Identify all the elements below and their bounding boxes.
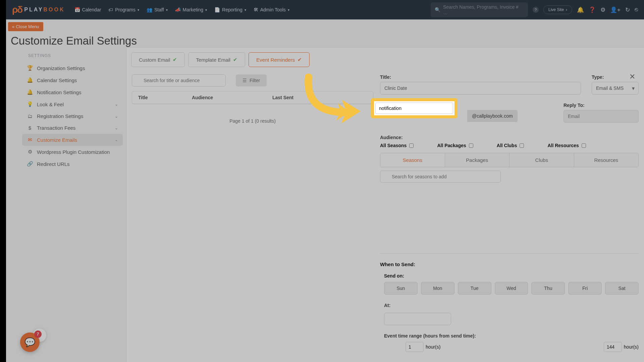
bell-icon[interactable]: 🔔 <box>577 6 584 13</box>
audience-label: Audience: <box>380 135 639 140</box>
at-time-input[interactable] <box>384 313 451 325</box>
chevron-down-icon: ▾ <box>288 8 289 12</box>
day-fri[interactable]: Fri <box>568 282 602 295</box>
sidebar-item-transaction-fees[interactable]: $Transaction Fees⌄ <box>22 122 123 134</box>
list-search-input[interactable] <box>132 74 226 86</box>
day-sun[interactable]: Sun <box>384 282 418 295</box>
chevron-down-icon: ▾ <box>138 8 139 12</box>
check-all-packages[interactable]: All Packages <box>437 143 473 148</box>
bulb-icon: 💡 <box>27 101 33 107</box>
at-label: At: <box>384 303 639 308</box>
chevron-down-icon: ▾ <box>166 8 168 12</box>
aud-tab-clubs[interactable]: Clubs <box>509 153 574 167</box>
chevron-left-icon: « <box>12 24 14 29</box>
close-icon[interactable]: ✕ <box>629 72 635 81</box>
range-from-input[interactable] <box>406 342 424 352</box>
megaphone-icon: 📣 <box>175 7 181 12</box>
nav-admin-tools[interactable]: 🛠Admin Tools▾ <box>254 7 289 12</box>
filter-button[interactable]: ☰Filter <box>236 74 267 86</box>
day-wed[interactable]: Wed <box>495 282 528 295</box>
plugin-icon: ⚙ <box>27 149 33 155</box>
from-email-domain: @callplaybook.com <box>467 110 518 122</box>
hours-suffix: hour(s) <box>426 344 440 350</box>
content-tabs: Custom Email✔ Template Email✔ Event Remi… <box>126 48 644 67</box>
aud-tab-resources[interactable]: Resources <box>574 153 639 167</box>
form-icon: 🗂 <box>27 113 33 119</box>
chevron-right-icon: › <box>566 7 567 12</box>
audience-checkboxes: All Seasons All Packages All Clubs All R… <box>380 143 639 148</box>
dollar-icon: $ <box>27 125 33 131</box>
day-sat[interactable]: Sat <box>605 282 639 295</box>
add-user-icon[interactable]: 👤+ <box>610 6 621 13</box>
check-icon: ✔ <box>173 57 177 63</box>
envelope-icon: ✉ <box>27 137 33 143</box>
audience-tabs: Seasons Packages Clubs Resources <box>380 153 639 167</box>
reply-to-input[interactable] <box>564 110 639 123</box>
logo[interactable]: ρδ PLAYBOOK <box>12 4 65 15</box>
bell-icon: 🔔 <box>27 89 33 95</box>
content: Custom Email✔ Template Email✔ Event Remi… <box>126 47 644 362</box>
link-icon: 🔗 <box>27 161 33 167</box>
reply-to-label: Reply To: <box>564 103 639 108</box>
day-mon[interactable]: Mon <box>421 282 454 295</box>
sidebar-item-customize-emails[interactable]: ✉Customize Emails⌄ <box>22 134 123 146</box>
check-all-clubs[interactable]: All Clubs <box>497 143 524 148</box>
chevron-down-icon: ▾ <box>205 8 207 12</box>
sidebar-item-redirect-urls[interactable]: 🔗Redirect URLs <box>22 158 123 170</box>
col-title[interactable]: Title <box>138 95 192 100</box>
global-search[interactable]: 🔍Search Names, Programs, Invoice # … <box>431 2 528 17</box>
type-select[interactable] <box>592 82 639 95</box>
day-thu[interactable]: Thu <box>531 282 565 295</box>
hours-suffix: hour(s) <box>624 344 639 350</box>
close-menu-button[interactable]: «Close Menu <box>8 22 43 31</box>
pager-text: Page 1 of 1 (0 results) <box>132 104 373 138</box>
check-icon: ✔ <box>298 57 302 63</box>
calendar-icon: 📅 <box>74 7 80 12</box>
help-icon[interactable]: ❓ <box>589 6 596 13</box>
sidebar-item-wordpress-plugin[interactable]: ⚙Wordpress Plugin Customization <box>22 146 123 158</box>
sidebar: SETTINGS 🏆Organization Settings 🔔Calenda… <box>6 47 126 362</box>
check-all-seasons[interactable]: All Seasons <box>380 143 414 148</box>
title-input[interactable] <box>380 82 581 95</box>
range-to-input[interactable] <box>604 342 622 352</box>
check-all-resources[interactable]: All Resources <box>547 143 586 148</box>
gear-icon[interactable]: ⚙ <box>600 6 605 13</box>
tab-event-reminders[interactable]: Event Reminders✔ <box>249 52 310 67</box>
chevron-down-icon: ⌄ <box>115 137 118 142</box>
sidebar-item-notification-settings[interactable]: 🔔Notification Settings <box>22 86 123 98</box>
sidebar-item-look-feel[interactable]: 💡Look & Feel⌄ <box>22 98 123 110</box>
filter-icon: ☰ <box>243 78 247 83</box>
tab-custom-email[interactable]: Custom Email✔ <box>131 52 185 67</box>
logo-text: PLAYBOOK <box>24 7 65 13</box>
day-buttons: Sun Mon Tue Wed Thu Fri Sat <box>384 282 639 295</box>
nav-programs[interactable]: 🏷Programs▾ <box>108 7 139 12</box>
chevron-down-icon: ⌄ <box>115 114 118 119</box>
chat-badge: 7 <box>34 330 42 338</box>
nav-marketing[interactable]: 📣Marketing▾ <box>175 7 207 12</box>
document-icon: 📄 <box>214 7 220 12</box>
chat-widget[interactable]: 💬 7 <box>20 333 40 352</box>
audience-search-input[interactable] <box>380 171 501 183</box>
tools-icon: 🛠 <box>254 7 258 12</box>
aud-tab-seasons[interactable]: Seasons <box>380 153 445 167</box>
tab-template-email[interactable]: Template Email✔ <box>188 52 245 67</box>
nav-calendar[interactable]: 📅Calendar <box>74 7 101 12</box>
aud-tab-packages[interactable]: Packages <box>445 153 510 167</box>
search-icon: 🔍 <box>435 7 440 12</box>
sidebar-section-title: SETTINGS <box>22 53 123 58</box>
sidebar-item-organization-settings[interactable]: 🏆Organization Settings <box>22 62 123 74</box>
col-audience[interactable]: Audience <box>192 95 272 100</box>
help-badge-icon[interactable]: ? <box>533 7 539 13</box>
logout-icon[interactable]: ⎋ <box>635 6 638 13</box>
col-last-sent[interactable]: Last Sent <box>272 95 367 100</box>
nav-staff[interactable]: 👥Staff▾ <box>147 7 168 12</box>
nav-items: 📅Calendar 🏷Programs▾ 👥Staff▾ 📣Marketing▾… <box>74 7 289 12</box>
from-email-input[interactable] <box>375 103 453 114</box>
sidebar-item-registration-settings[interactable]: 🗂Registration Settings⌄ <box>22 110 123 122</box>
day-tue[interactable]: Tue <box>458 282 491 295</box>
live-site-button[interactable]: Live Site› <box>543 5 572 14</box>
check-icon: ✔ <box>233 57 237 63</box>
sidebar-item-calendar-settings[interactable]: 🔔Calendar Settings <box>22 74 123 86</box>
history-icon[interactable]: ↻ <box>625 6 630 13</box>
nav-reporting[interactable]: 📄Reporting▾ <box>214 7 246 12</box>
